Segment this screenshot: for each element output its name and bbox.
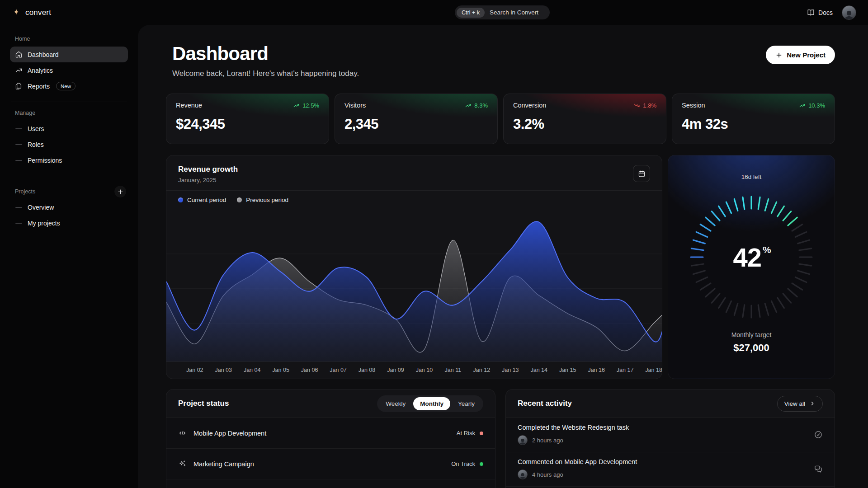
sidebar-item-label: Dashboard [28,51,59,58]
axis-label: Jan 08 [359,367,376,373]
stat-delta: 12.5% [293,102,319,109]
user-avatar[interactable] [842,5,856,20]
nav-section-home: Home [15,36,123,42]
activity-title: Commented on Mobile App Development [518,458,637,465]
stat-card-session[interactable]: Session 10.3% 4m 32s [672,94,835,144]
book-icon [807,9,815,16]
nav-section-manage: Manage [15,110,123,116]
days-left-label: 16d left [668,174,835,180]
stat-label: Revenue [176,102,202,109]
recent-activity-title: Recent activity [518,399,572,408]
project-status-panel: Project status Weekly Monthly Yearly Mob… [166,389,495,488]
calendar-button[interactable] [633,165,650,182]
welcome-message: Welcome back, Lorant! Here's what's happ… [172,69,359,78]
stat-value: 4m 32s [682,116,825,132]
axis-label: Jan 18 [645,367,662,373]
project-row-partial[interactable] [166,479,495,488]
stat-card-visitors[interactable]: Visitors 8.3% 2,345 [335,94,498,144]
dash-icon [15,144,22,145]
project-row-marketing[interactable]: Marketing Campaign On Track [166,448,495,479]
sidebar-item-overview[interactable]: Overview [10,199,128,215]
sidebar-item-label: Analytics [28,67,53,74]
activity-item-created[interactable]: Created a new task in Marketing Campaign [506,486,835,488]
docs-link[interactable]: Docs [807,9,833,16]
tab-monthly[interactable]: Monthly [413,397,450,410]
stat-label: Session [682,102,705,109]
axis-label: Jan 14 [530,367,547,373]
axis-label: Jan 04 [244,367,261,373]
person-silhouette-icon [519,438,527,445]
new-project-button[interactable]: New Project [766,46,835,64]
stat-label: Conversion [513,102,546,109]
chart-legend: Current period Previous period [166,190,662,209]
sparkles-icon [178,460,187,468]
dash-icon [15,160,22,161]
axis-label: Jan 13 [502,367,519,373]
stats-row: Revenue 12.5% $24,345 Visitors 8.3% [166,94,835,144]
chart-title: Revenue growth [178,165,238,174]
sidebar-item-permissions[interactable]: Permissions [10,152,128,168]
plus-icon [775,52,783,59]
sidebar-item-users[interactable]: Users [10,121,128,136]
sidebar-item-roles[interactable]: Roles [10,136,128,152]
sidebar-item-label: Overview [28,204,54,211]
sidebar-item-label: Reports [28,83,50,90]
trending-up-icon [465,102,472,109]
sidebar-item-dashboard[interactable]: Dashboard [10,47,128,62]
stat-card-revenue[interactable]: Revenue 12.5% $24,345 [166,94,329,144]
axis-label: Jan 15 [559,367,576,373]
sidebar-item-reports[interactable]: Reports New [10,78,128,94]
legend-previous-period[interactable]: Previous period [237,197,288,203]
keyboard-shortcut-badge: Ctrl + k [457,8,485,18]
search-placeholder: Search in Convert [490,9,538,16]
area-chart[interactable] [166,209,662,361]
period-tabs: Weekly Monthly Yearly [377,395,483,412]
page-header: Dashboard Welcome back, Lorant! Here's w… [166,43,835,78]
project-row-mobile-app[interactable]: Mobile App Development At Risk [166,418,495,448]
trending-down-icon [633,102,640,109]
sidebar-item-label: Users [28,125,44,132]
project-status-title: Project status [178,399,229,408]
activity-time: 4 hours ago [532,471,563,478]
legend-dot [178,197,183,202]
sidebar-item-my-projects[interactable]: My projects [10,215,128,231]
view-all-button[interactable]: View all [777,396,823,412]
topbar: convert Ctrl + k Search in Convert Docs [0,0,868,25]
sidebar-item-label: Roles [28,141,44,148]
axis-label: Jan 07 [330,367,347,373]
stat-delta: 10.3% [799,102,825,109]
recent-activity-panel: Recent activity View all Completed the W… [505,389,835,488]
axis-label: Jan 12 [473,367,491,373]
dash-icon [15,223,22,224]
search-input[interactable]: Ctrl + k Search in Convert [455,5,550,19]
activity-item-commented[interactable]: Commented on Mobile App Development 4 ho… [506,452,835,486]
person-silhouette-icon [519,472,527,479]
main-content: Dashboard Welcome back, Lorant! Here's w… [138,25,868,488]
nav-section-projects: Projects [15,188,35,195]
file-icon [15,82,23,90]
gauge-value: 42 % [684,189,819,325]
project-status-badge: At Risk [457,430,483,436]
revenue-growth-card: Revenue growth January, 2025 Current per… [166,155,662,379]
person-silhouette-icon [843,9,855,19]
x-axis-labels: Jan 02Jan 03Jan 04Jan 05Jan 06Jan 07Jan … [166,361,662,379]
activity-avatar [518,435,528,445]
sidebar-item-analytics[interactable]: Analytics [10,62,128,78]
tab-weekly[interactable]: Weekly [379,397,412,410]
sidebar-divider [11,176,127,176]
tab-yearly[interactable]: Yearly [451,397,481,410]
code-icon [178,429,187,437]
stat-value: $24,345 [176,116,319,132]
status-dot [480,432,483,435]
sidebar-divider [11,102,127,102]
project-name: Mobile App Development [193,430,266,437]
page-title: Dashboard [172,43,359,65]
legend-dot [237,197,242,202]
activity-item-completed[interactable]: Completed the Website Redesign task 2 ho… [506,418,835,452]
project-name: Marketing Campaign [193,460,254,468]
activity-time: 2 hours ago [532,437,563,444]
legend-current-period[interactable]: Current period [178,197,226,203]
stat-card-conversion[interactable]: Conversion 1.8% 3.2% [503,94,666,144]
axis-label: Jan 02 [186,367,203,373]
add-project-button[interactable] [114,186,126,197]
